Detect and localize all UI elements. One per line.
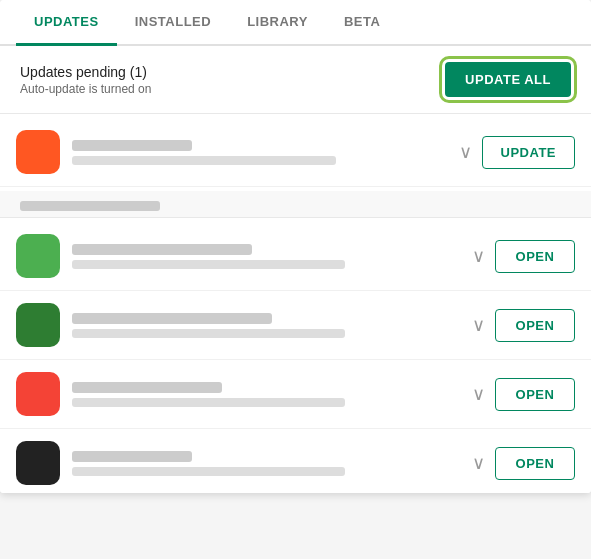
app-details xyxy=(72,313,462,338)
pending-app-name xyxy=(72,140,192,151)
app-details xyxy=(72,451,462,476)
updates-pending-title: Updates pending (1) xyxy=(20,64,151,80)
pending-app-item: ∨ UPDATE xyxy=(0,118,591,187)
pending-apps-list: ∨ UPDATE xyxy=(0,118,591,187)
list-item: ∨ OPEN xyxy=(0,222,591,291)
tab-library[interactable]: LIBRARY xyxy=(229,0,326,46)
app-subtitle xyxy=(72,467,345,476)
main-window: UPDATES INSTALLED LIBRARY BETA Updates p… xyxy=(0,0,591,493)
update-button[interactable]: UPDATE xyxy=(482,136,575,169)
list-item: ∨ OPEN xyxy=(0,429,591,493)
app-name xyxy=(72,313,272,324)
app-container: UPDATES INSTALLED LIBRARY BETA Updates p… xyxy=(0,0,591,493)
app-details xyxy=(72,244,462,269)
app-icon-markaz xyxy=(16,372,60,416)
tab-updates[interactable]: UPDATES xyxy=(16,0,117,46)
app-subtitle xyxy=(72,329,345,338)
auto-update-status: Auto-update is turned on xyxy=(20,82,151,96)
app-details xyxy=(72,382,462,407)
tab-beta[interactable]: BETA xyxy=(326,0,398,46)
app-name xyxy=(72,244,252,255)
list-item: ∨ OPEN xyxy=(0,291,591,360)
chevron-icon[interactable]: ∨ xyxy=(462,383,495,405)
pending-app-chevron[interactable]: ∨ xyxy=(449,141,482,163)
tab-installed[interactable]: INSTALLED xyxy=(117,0,229,46)
app-icon-uber xyxy=(16,441,60,485)
updates-header: Updates pending (1) Auto-update is turne… xyxy=(0,46,591,114)
app-icon-careem xyxy=(16,303,60,347)
list-item: ∨ OPEN xyxy=(0,360,591,429)
pending-app-details xyxy=(72,140,449,165)
open-button[interactable]: OPEN xyxy=(495,309,575,342)
app-subtitle xyxy=(72,260,345,269)
app-name xyxy=(72,451,192,462)
update-all-button[interactable]: UPDATE ALL xyxy=(445,62,571,97)
section-divider xyxy=(0,191,591,218)
open-button[interactable]: OPEN xyxy=(495,240,575,273)
chevron-icon[interactable]: ∨ xyxy=(462,245,495,267)
open-button[interactable]: OPEN xyxy=(495,447,575,480)
chevron-icon[interactable]: ∨ xyxy=(462,452,495,474)
updates-info: Updates pending (1) Auto-update is turne… xyxy=(20,64,151,96)
app-name xyxy=(72,382,222,393)
app-icon-whatsapp xyxy=(16,234,60,278)
recently-updated-label xyxy=(20,201,160,211)
pending-app-subtitle xyxy=(72,156,336,165)
tab-bar: UPDATES INSTALLED LIBRARY BETA xyxy=(0,0,591,46)
app-subtitle xyxy=(72,398,345,407)
recently-updated-section: ∨ OPEN ∨ OPEN ∨ OP xyxy=(0,222,591,493)
pending-app-icon xyxy=(16,130,60,174)
chevron-icon[interactable]: ∨ xyxy=(462,314,495,336)
open-button[interactable]: OPEN xyxy=(495,378,575,411)
